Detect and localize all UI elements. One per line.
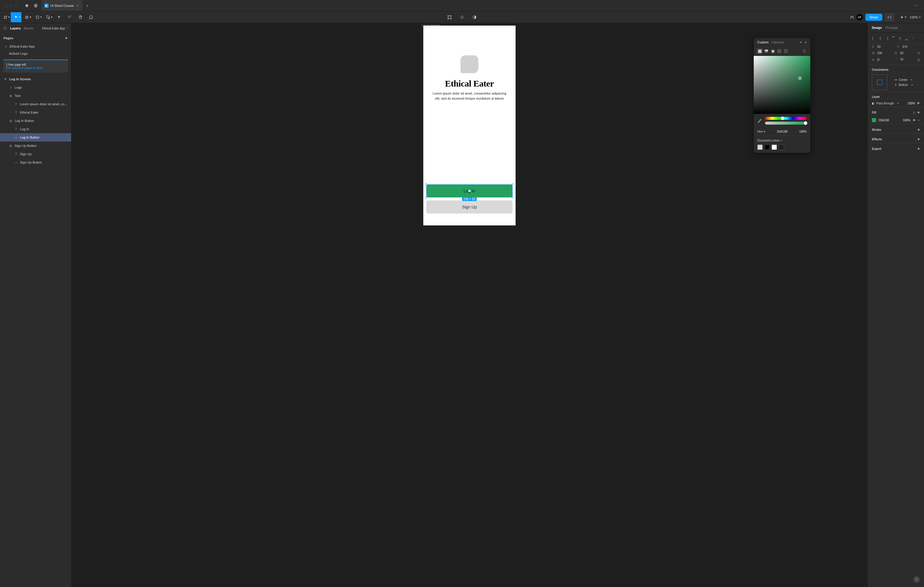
layer-row[interactable]: TEthical Eater	[0, 108, 71, 117]
comment-tool[interactable]	[86, 12, 96, 22]
color-mode-selector[interactable]: Hex	[757, 130, 766, 133]
artboard[interactable]: Ethical Eater Lorem ipsum dolor sit amet…	[423, 26, 516, 225]
close-tab-icon[interactable]: ×	[76, 3, 80, 8]
layer-opacity-input[interactable]: 100%	[908, 102, 915, 105]
saturation-area[interactable]	[754, 56, 810, 114]
align-right-icon[interactable]: ▕	[884, 35, 890, 41]
add-export-icon[interactable]: +	[917, 146, 920, 151]
fill-swatch[interactable]	[872, 118, 876, 122]
radius-input[interactable]: 10	[900, 58, 903, 62]
layers-tab[interactable]: Layers	[10, 26, 21, 30]
shape-tool[interactable]	[32, 12, 43, 22]
layer-row[interactable]: —Sign Up Button	[0, 158, 71, 166]
doc-colors-heading[interactable]: Document colors	[757, 139, 807, 142]
layer-row[interactable]: ⊞Text	[0, 92, 71, 100]
color-swatch[interactable]	[757, 145, 763, 150]
layer-row[interactable]: TLorem ipsum dolor sit amet, cons...	[0, 100, 71, 108]
upgrade-link[interactable]: Get unlimited pages & more	[6, 66, 65, 69]
file-tab[interactable]: ◧ UI Short Course ×	[41, 0, 82, 11]
radial-mode-icon[interactable]	[770, 48, 776, 54]
audio-icon[interactable]	[850, 15, 854, 20]
video-mode-icon[interactable]	[783, 48, 789, 54]
blend-mode-select[interactable]: Pass through	[876, 102, 899, 105]
align-hcenter-icon[interactable]: ┼	[877, 35, 883, 41]
picker-custom-tab[interactable]: Custom	[757, 40, 769, 44]
solid-mode-icon[interactable]	[757, 48, 763, 54]
align-bottom-icon[interactable]: ▁	[903, 35, 909, 41]
width-input[interactable]: 290	[877, 51, 882, 55]
prototype-tab[interactable]: Prototype	[885, 26, 898, 30]
height-input[interactable]: 50	[900, 51, 903, 55]
distribute-icon[interactable]: ⋮	[910, 35, 916, 41]
close-window[interactable]	[4, 4, 7, 7]
picker-add-style-icon[interactable]: +	[800, 40, 802, 44]
fill-opacity[interactable]: 100%	[903, 118, 911, 122]
alpha-value[interactable]: 100%	[799, 130, 807, 133]
present-button[interactable]	[897, 12, 908, 22]
picker-libraries-tab[interactable]: Libraries	[772, 40, 784, 44]
layer-row[interactable]: TLog In	[0, 125, 71, 133]
layer-row[interactable]: ⊞Log In Button	[0, 117, 71, 125]
avatar[interactable]: CF	[856, 14, 863, 21]
logo-shape[interactable]	[460, 55, 478, 73]
search-icon[interactable]	[3, 26, 7, 30]
layer-row[interactable]: ▱Logo	[0, 83, 71, 92]
constraint-v-select[interactable]: ↧ Bottom	[894, 83, 913, 87]
linear-mode-icon[interactable]	[763, 48, 769, 54]
text-tool[interactable]	[54, 12, 64, 22]
signup-button-shape[interactable]: Sign Up	[426, 201, 513, 214]
add-fill-icon[interactable]: +	[917, 110, 920, 115]
rotation-input[interactable]: 0°	[877, 58, 880, 62]
eyedropper-icon[interactable]	[757, 118, 762, 123]
blend-mode-icon[interactable]	[801, 48, 807, 54]
blend-mode-icon[interactable]: ◐	[872, 102, 874, 105]
alpha-slider[interactable]	[765, 122, 807, 125]
login-button-shape[interactable]: Log In	[426, 184, 513, 197]
move-tool[interactable]	[11, 12, 21, 22]
color-swatch[interactable]	[779, 145, 784, 150]
canvas[interactable]: Log In Screen Ethical Eater Lorem ipsum …	[71, 23, 868, 587]
component-icon[interactable]	[457, 12, 467, 22]
dev-mode-button[interactable]	[885, 13, 894, 21]
visibility-icon[interactable]: 👁	[917, 102, 920, 105]
main-menu-icon[interactable]	[0, 12, 11, 22]
design-tab[interactable]: Design	[872, 26, 882, 30]
image-mode-icon[interactable]	[776, 48, 782, 54]
mask-icon[interactable]	[469, 12, 480, 22]
layer-row[interactable]: —Log In Button	[0, 133, 71, 141]
add-effect-icon[interactable]: +	[917, 137, 920, 141]
hue-slider[interactable]	[765, 117, 807, 120]
align-vcenter-icon[interactable]: ┼	[897, 35, 903, 41]
minimize-window[interactable]	[10, 4, 13, 7]
help-button[interactable]: ?	[913, 576, 920, 583]
layer-row[interactable]: #Log In Screen	[0, 75, 71, 83]
pen-tool[interactable]	[43, 12, 54, 22]
more-menu-icon[interactable]: ⋯	[914, 3, 924, 8]
saturation-cursor[interactable]	[799, 77, 801, 80]
community-icon[interactable]	[31, 3, 40, 8]
align-left-icon[interactable]: ▏	[871, 35, 877, 41]
edit-object-icon[interactable]	[444, 12, 455, 22]
indep-corners-icon[interactable]: ⊞	[917, 58, 920, 62]
page-item[interactable]: Ethical Eater App	[0, 43, 71, 50]
hex-value[interactable]: 25A15B	[768, 130, 796, 133]
home-icon[interactable]	[22, 3, 31, 8]
constraints-widget[interactable]	[872, 75, 888, 90]
frame-tool[interactable]	[21, 12, 32, 22]
align-top-icon[interactable]: ▔	[890, 35, 896, 41]
assets-tab[interactable]: Assets	[23, 26, 33, 30]
page-selector[interactable]: Ethical Eater App⌃	[42, 27, 68, 30]
fill-visibility-icon[interactable]: 👁	[913, 118, 916, 122]
resources-tool[interactable]	[64, 12, 75, 22]
page-item[interactable]: Activist Logo	[0, 50, 71, 57]
remove-fill-icon[interactable]: −	[918, 118, 920, 122]
zoom-level[interactable]: 100%▾	[910, 15, 921, 19]
maximize-window[interactable]	[15, 4, 18, 7]
share-button[interactable]: Share	[865, 14, 882, 21]
y-input[interactable]: 674	[903, 45, 908, 48]
fill-styles-icon[interactable]: ∷	[913, 111, 915, 115]
hand-tool[interactable]	[75, 12, 86, 22]
picker-close-icon[interactable]: ×	[805, 40, 807, 44]
add-page-icon[interactable]: +	[65, 36, 68, 40]
lorem-text[interactable]: Lorem ipsum dolor sit amet, consectetur …	[432, 91, 507, 101]
